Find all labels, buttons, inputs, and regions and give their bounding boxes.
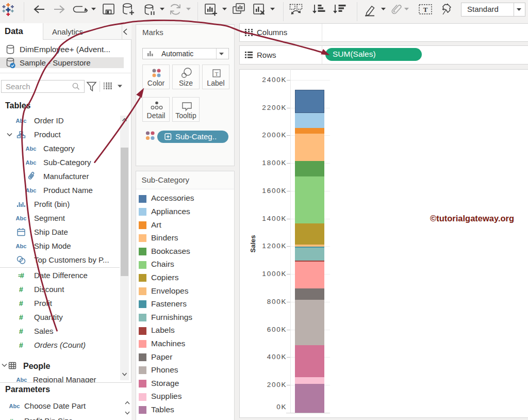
svg-text:#: # <box>19 327 23 335</box>
svg-text:Discount: Discount <box>34 285 64 294</box>
svg-text:People: People <box>23 362 51 370</box>
svg-text:#: # <box>19 313 23 321</box>
svg-text:T: T <box>215 71 219 77</box>
svg-text:Sub-Category: Sub-Category <box>43 158 91 167</box>
svg-text:Ship Mode: Ship Mode <box>34 241 71 250</box>
svg-text:Category: Category <box>43 144 75 153</box>
svg-text:Profit (bin): Profit (bin) <box>34 200 70 208</box>
svg-text:Ship Date: Ship Date <box>34 228 68 236</box>
svg-text:#: # <box>20 271 24 280</box>
svg-text:Profit: Profit <box>34 299 53 308</box>
svg-text:Abc: Abc <box>16 215 27 221</box>
svg-text:Product Name: Product Name <box>43 186 93 195</box>
svg-text:Abc: Abc <box>26 187 37 193</box>
svg-text:#: # <box>9 417 13 420</box>
svg-text:Profit Bin Size: Profit Bin Size <box>24 416 73 420</box>
svg-text:Abc: Abc <box>26 159 37 166</box>
svg-text:Product: Product <box>34 130 61 139</box>
svg-text:Sales: Sales <box>34 327 54 335</box>
svg-text:T: T <box>423 6 428 13</box>
svg-text:Abc: Abc <box>16 243 27 249</box>
svg-text:#: # <box>19 285 23 294</box>
svg-text:Top Customers by P...: Top Customers by P... <box>34 255 109 264</box>
svg-text:Orders (Count): Orders (Count) <box>34 341 86 349</box>
svg-text:Abc: Abc <box>16 118 27 124</box>
svg-text:Abc: Abc <box>26 146 37 152</box>
svg-text:Standard: Standard <box>467 5 499 13</box>
svg-text:Quantity: Quantity <box>34 313 63 321</box>
svg-text:Segment: Segment <box>34 214 65 222</box>
svg-text:Order ID: Order ID <box>34 116 64 125</box>
svg-text:Choose Date Part: Choose Date Part <box>24 401 86 410</box>
svg-text:Date Difference: Date Difference <box>34 271 88 280</box>
svg-text:Abc: Abc <box>9 403 20 409</box>
svg-text:#: # <box>19 299 23 308</box>
svg-text:Manufacturer: Manufacturer <box>43 172 89 181</box>
svg-text:#: # <box>19 341 23 349</box>
